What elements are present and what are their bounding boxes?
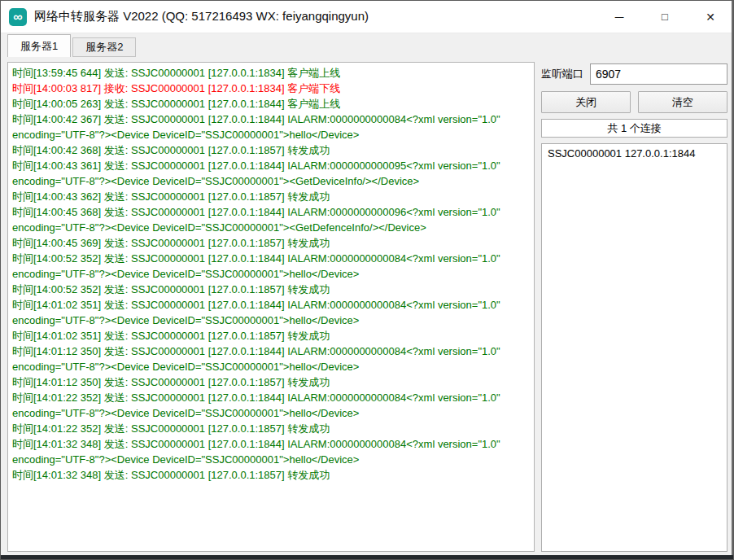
log-entry: 时间[14:01:32 348] 发送: SSJC00000001 [127.0…: [12, 436, 530, 467]
log-entry: 时间[14:00:52 352] 发送: SSJC00000001 [127.0…: [12, 282, 530, 297]
window-title: 网络中转服务器 V2022 (QQ: 517216493 WX: feiyang…: [34, 9, 369, 24]
log-entry: 时间[14:01:22 352] 发送: SSJC00000001 [127.0…: [12, 390, 530, 421]
log-entry: 时间[14:00:43 361] 发送: SSJC00000001 [127.0…: [12, 158, 530, 189]
title-bar: ∞ 网络中转服务器 V2022 (QQ: 517216493 WX: feiya…: [1, 1, 733, 33]
connection-list[interactable]: SSJC00000001 127.0.0.1:1844: [541, 143, 727, 552]
app-window: ∞ 网络中转服务器 V2022 (QQ: 517216493 WX: feiya…: [0, 0, 734, 560]
log-output[interactable]: 时间[13:59:45 644] 发送: SSJC00000001 [127.0…: [7, 62, 535, 552]
log-entry: 时间[14:00:45 369] 发送: SSJC00000001 [127.0…: [12, 235, 530, 251]
tab-server1[interactable]: 服务器1: [7, 34, 71, 57]
close-icon: ✕: [706, 11, 715, 24]
log-entry: 时间[14:01:12 350] 发送: SSJC00000001 [127.0…: [12, 374, 530, 390]
app-logo-icon: ∞: [9, 8, 27, 26]
log-entry: 时间[13:59:45 644] 发送: SSJC00000001 [127.0…: [12, 65, 530, 81]
log-entry: 时间[14:00:03 817] 接收: SSJC00000001 [127.0…: [12, 81, 530, 96]
minimize-button[interactable]: ─: [596, 1, 642, 33]
minimize-icon: ─: [615, 10, 624, 24]
maximize-button[interactable]: □: [642, 1, 688, 33]
log-entry: 时间[14:00:43 362] 发送: SSJC00000001 [127.0…: [12, 189, 530, 204]
listen-port-row: 监听端口: [541, 63, 727, 85]
log-entry: 时间[14:01:12 350] 发送: SSJC00000001 [127.0…: [12, 343, 530, 374]
log-entry: 时间[14:01:02 351] 发送: SSJC00000001 [127.0…: [12, 328, 530, 343]
close-button[interactable]: ✕: [688, 1, 733, 33]
control-panel: 监听端口 关闭 清空 共 1 个连接 SSJC00000001 127.0.0.…: [541, 63, 727, 552]
clear-log-button[interactable]: 清空: [638, 91, 727, 113]
log-entry: 时间[14:00:42 368] 发送: SSJC00000001 [127.0…: [12, 142, 530, 158]
log-entry: 时间[14:01:32 348] 发送: SSJC00000001 [127.0…: [12, 467, 530, 483]
tab-bar: 服务器1 服务器2: [7, 34, 136, 57]
connection-count-badge: 共 1 个连接: [541, 119, 727, 138]
listen-port-label: 监听端口: [541, 67, 583, 81]
log-entry: 时间[14:00:52 352] 发送: SSJC00000001 [127.0…: [12, 251, 530, 282]
window-bottom-edge: [1, 555, 733, 559]
listen-port-input[interactable]: [590, 63, 727, 85]
log-entry: 时间[14:01:02 351] 发送: SSJC00000001 [127.0…: [12, 297, 530, 328]
close-server-button[interactable]: 关闭: [541, 91, 631, 113]
window-right-edge: [732, 1, 733, 559]
log-entry: 时间[14:00:45 368] 发送: SSJC00000001 [127.0…: [12, 204, 530, 235]
maximize-icon: □: [662, 11, 668, 23]
action-buttons-row: 关闭 清空: [541, 91, 727, 113]
log-entry: 时间[14:00:05 263] 发送: SSJC00000001 [127.0…: [12, 96, 530, 112]
window-controls: ─ □ ✕: [596, 1, 733, 33]
log-entry: 时间[14:00:42 367] 发送: SSJC00000001 [127.0…: [12, 112, 530, 142]
log-entry: 时间[14:01:22 352] 发送: SSJC00000001 [127.0…: [12, 421, 530, 436]
tab-server2[interactable]: 服务器2: [72, 37, 136, 57]
connection-list-item[interactable]: SSJC00000001 127.0.0.1:1844: [542, 144, 727, 163]
